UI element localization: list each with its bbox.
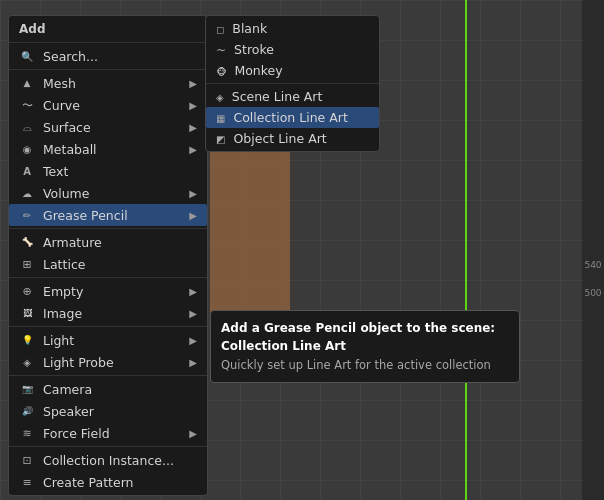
mesh-icon [19, 75, 35, 91]
image-label: Image [43, 306, 82, 321]
menu-separator-6 [9, 446, 207, 447]
menu-item-camera[interactable]: Camera [9, 378, 207, 400]
tooltip: Add a Grease Pencil object to the scene:… [210, 310, 520, 383]
force-field-arrow: ▶ [189, 428, 197, 439]
menu-item-lattice[interactable]: Lattice [9, 253, 207, 275]
ruler-value: 500 [584, 288, 601, 298]
submenu-separator [206, 83, 379, 84]
empty-icon [19, 283, 35, 299]
surface-icon [19, 119, 35, 135]
menu-item-text[interactable]: Text [9, 160, 207, 182]
menu-item-light[interactable]: Light ▶ [9, 329, 207, 351]
tooltip-title: Add a Grease Pencil object to the scene:… [221, 319, 509, 355]
metaball-label: Metaball [43, 142, 97, 157]
tooltip-description: Quickly set up Line Art for the active c… [221, 357, 509, 374]
menu-separator-4 [9, 326, 207, 327]
menu-title: Add [9, 18, 207, 43]
monkey-icon [216, 63, 226, 78]
blank-icon [216, 21, 224, 36]
menu-item-surface[interactable]: Surface ▶ [9, 116, 207, 138]
force-field-label: Force Field [43, 426, 110, 441]
grease-pencil-label: Grease Pencil [43, 208, 128, 223]
menu-separator-1 [9, 69, 207, 70]
side-ruler: 540 500 [582, 0, 604, 500]
collection-instance-label: Collection Instance... [43, 453, 174, 468]
collection-line-art-label: Collection Line Art [233, 110, 347, 125]
menu-item-empty[interactable]: Empty ▶ [9, 280, 207, 302]
submenu-item-collection-line-art[interactable]: Collection Line Art [206, 107, 379, 128]
camera-icon [19, 381, 35, 397]
submenu-item-stroke[interactable]: Stroke [206, 39, 379, 60]
metaball-icon [19, 141, 35, 157]
object-line-art-icon [216, 131, 225, 146]
camera-label: Camera [43, 382, 92, 397]
menu-item-search[interactable]: Search... [9, 45, 207, 67]
submenu-item-scene-line-art[interactable]: Scene Line Art [206, 86, 379, 107]
armature-icon [19, 234, 35, 250]
scene-line-art-label: Scene Line Art [232, 89, 323, 104]
submenu-item-object-line-art[interactable]: Object Line Art [206, 128, 379, 149]
submenu-item-monkey[interactable]: Monkey [206, 60, 379, 81]
light-arrow: ▶ [189, 335, 197, 346]
light-label: Light [43, 333, 74, 348]
create-pattern-label: Create Pattern [43, 475, 133, 490]
speaker-icon [19, 403, 35, 419]
search-icon [19, 48, 35, 64]
volume-arrow: ▶ [189, 188, 197, 199]
menu-item-volume[interactable]: Volume ▶ [9, 182, 207, 204]
menu-item-mesh[interactable]: Mesh ▶ [9, 72, 207, 94]
menu-item-create-pattern[interactable]: Create Pattern [9, 471, 207, 493]
add-menu: Add Search... Mesh ▶ Curve ▶ Surface ▶ M… [8, 15, 208, 496]
light-probe-arrow: ▶ [189, 357, 197, 368]
speaker-label: Speaker [43, 404, 94, 419]
menu-item-metaball[interactable]: Metaball ▶ [9, 138, 207, 160]
search-label: Search... [43, 49, 98, 64]
create-pattern-icon [19, 474, 35, 490]
menu-item-grease-pencil[interactable]: Grease Pencil ▶ [9, 204, 207, 226]
curve-arrow: ▶ [189, 100, 197, 111]
blank-label: Blank [232, 21, 267, 36]
menu-separator-2 [9, 228, 207, 229]
curve-label: Curve [43, 98, 80, 113]
light-probe-label: Light Probe [43, 355, 114, 370]
tooltip-item-name: Collection Line Art [221, 339, 346, 353]
force-field-icon [19, 425, 35, 441]
menu-item-light-probe[interactable]: Light Probe ▶ [9, 351, 207, 373]
image-arrow: ▶ [189, 308, 197, 319]
surface-arrow: ▶ [189, 122, 197, 133]
menu-item-speaker[interactable]: Speaker [9, 400, 207, 422]
grease-pencil-arrow: ▶ [189, 210, 197, 221]
ruler-value: 540 [584, 260, 601, 270]
empty-arrow: ▶ [189, 286, 197, 297]
grease-pencil-submenu: Blank Stroke Monkey Scene Line Art Colle… [205, 15, 380, 152]
object-line-art-label: Object Line Art [233, 131, 326, 146]
collection-instance-icon [19, 452, 35, 468]
menu-separator-5 [9, 375, 207, 376]
collection-line-art-icon [216, 110, 225, 125]
lattice-label: Lattice [43, 257, 85, 272]
surface-label: Surface [43, 120, 91, 135]
menu-item-force-field[interactable]: Force Field ▶ [9, 422, 207, 444]
menu-separator-3 [9, 277, 207, 278]
mesh-arrow: ▶ [189, 78, 197, 89]
stroke-icon [216, 42, 226, 57]
lattice-icon [19, 256, 35, 272]
text-label: Text [43, 164, 68, 179]
menu-item-image[interactable]: Image ▶ [9, 302, 207, 324]
menu-item-collection-instance[interactable]: Collection Instance... [9, 449, 207, 471]
image-icon [19, 305, 35, 321]
mesh-label: Mesh [43, 76, 76, 91]
tooltip-prefix: Add a Grease Pencil object to the scene: [221, 321, 495, 335]
empty-label: Empty [43, 284, 83, 299]
light-icon [19, 332, 35, 348]
armature-label: Armature [43, 235, 102, 250]
menu-item-curve[interactable]: Curve ▶ [9, 94, 207, 116]
menu-item-armature[interactable]: Armature [9, 231, 207, 253]
volume-label: Volume [43, 186, 90, 201]
monkey-label: Monkey [234, 63, 282, 78]
text-icon [19, 163, 35, 179]
light-probe-icon [19, 354, 35, 370]
submenu-item-blank[interactable]: Blank [206, 18, 379, 39]
vertical-line [465, 0, 467, 500]
volume-icon [19, 185, 35, 201]
